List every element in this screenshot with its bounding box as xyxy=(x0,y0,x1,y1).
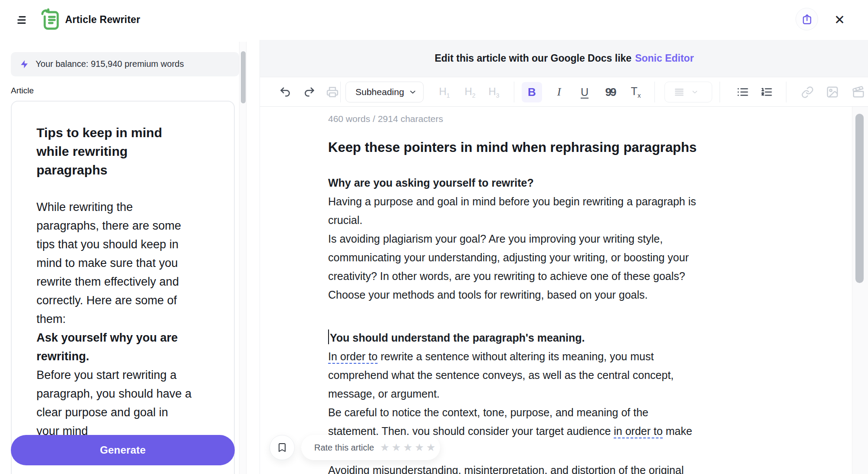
generate-button[interactable]: Generate xyxy=(11,435,235,465)
editor-toolbar: Subheading H1 H2 H3 B I U 99 Tx xyxy=(260,77,868,107)
bookmark-icon xyxy=(277,441,287,454)
suggestion-underline[interactable]: in order to xyxy=(614,425,663,438)
article-rewriter-logo-icon xyxy=(40,8,62,32)
italic-button[interactable]: I xyxy=(551,77,567,107)
star-icon[interactable]: ★ xyxy=(403,441,413,454)
generate-button-label: Generate xyxy=(100,444,146,456)
italic-icon: I xyxy=(557,86,561,99)
blockquote-button[interactable]: 99 xyxy=(602,77,619,107)
insert-video-button[interactable] xyxy=(851,77,866,107)
sidebar-scrollbar-thumb[interactable] xyxy=(241,51,246,103)
paragraph: Is avoiding plagiarism your goal? Are yo… xyxy=(328,230,797,304)
align-justify-icon xyxy=(674,86,685,98)
alignment-dropdown[interactable] xyxy=(664,82,712,102)
text-style-dropdown[interactable]: Subheading xyxy=(345,82,424,102)
heading2-button[interactable]: H2 xyxy=(462,77,478,107)
star-icon[interactable]: ★ xyxy=(426,441,436,454)
article-section-label: Article xyxy=(11,86,34,95)
paragraph: Avoiding misunderstanding, misinterpreta… xyxy=(328,461,797,474)
sidebar-scrollbar[interactable] xyxy=(239,42,247,474)
text-style-value: Subheading xyxy=(355,87,404,97)
paragraph: Having a purpose and goal in mind before… xyxy=(328,192,797,230)
print-button[interactable] xyxy=(325,77,340,107)
section-heading: You should understand the paragraph's me… xyxy=(328,329,797,347)
balance-text: Your balance: 915,940 premium words xyxy=(36,59,184,69)
toolbar-divider xyxy=(720,82,720,102)
bookmark-button[interactable] xyxy=(270,435,295,460)
editor-pane: Edit this article with our Google Docs l… xyxy=(260,40,868,474)
top-bar: Article Rewriter ✕ xyxy=(0,0,868,40)
editor-banner: Edit this article with our Google Docs l… xyxy=(260,40,868,77)
editor-scrollbar-thumb[interactable] xyxy=(855,114,864,283)
chevron-down-icon xyxy=(691,88,699,96)
rate-article-widget[interactable]: Rate this article ★ ★ ★ ★ ★ xyxy=(301,435,440,460)
section-heading: Why are you asking yourself to rewrite? xyxy=(328,174,797,192)
banner-text: Edit this article with our Google Docs l… xyxy=(434,53,631,64)
clear-formatting-button[interactable]: Tx xyxy=(627,77,644,107)
star-rating: ★ ★ ★ ★ ★ xyxy=(380,441,436,454)
suggestion-underline[interactable]: In order to xyxy=(328,350,378,364)
article-card-paragraph: Before you start rewriting a paragraph, … xyxy=(36,366,209,441)
toolbar-divider xyxy=(340,82,341,102)
lightning-bolt-icon xyxy=(20,59,29,70)
menu-icon[interactable] xyxy=(16,13,29,26)
text-cursor xyxy=(328,329,329,344)
document-content[interactable]: Keep these pointers in mind when rephras… xyxy=(328,138,797,474)
rate-article-label: Rate this article xyxy=(314,443,374,453)
quote-icon: 99 xyxy=(605,86,615,99)
toolbar-divider xyxy=(786,82,786,102)
bold-icon: B xyxy=(528,86,536,99)
bold-button[interactable]: B xyxy=(522,82,542,102)
insert-image-button[interactable] xyxy=(825,77,840,107)
clear-formatting-icon: Tx xyxy=(631,85,641,99)
article-card-subheading: Ask yourself why you are rewriting. xyxy=(36,329,209,366)
bullet-list-button[interactable] xyxy=(735,77,750,107)
star-icon[interactable]: ★ xyxy=(414,441,424,454)
paragraph: In order to rewrite a sentence without a… xyxy=(328,347,797,403)
toolbar-divider xyxy=(654,82,655,102)
article-preview-card: Tips to keep in mind while rewriting par… xyxy=(11,101,235,474)
sidebar: Your balance: 915,940 premium words Arti… xyxy=(0,40,260,474)
heading3-button[interactable]: H3 xyxy=(486,77,502,107)
close-icon[interactable]: ✕ xyxy=(834,11,845,29)
share-button[interactable] xyxy=(796,8,818,30)
sonic-editor-link[interactable]: Sonic Editor xyxy=(635,53,694,64)
word-count: 460 words / 2914 characters xyxy=(328,114,443,124)
chevron-down-icon xyxy=(408,88,417,96)
share-icon xyxy=(801,13,813,25)
article-card-title: Tips to keep in mind while rewriting par… xyxy=(36,123,209,179)
redo-button[interactable] xyxy=(302,77,317,107)
document-title: Keep these pointers in mind when rephras… xyxy=(328,138,797,157)
article-card-paragraph: While rewriting the paragraphs, there ar… xyxy=(36,198,209,329)
underline-button[interactable]: U xyxy=(577,77,592,107)
undo-button[interactable] xyxy=(278,77,293,107)
toolbar-divider xyxy=(514,82,514,102)
numbered-list-button[interactable] xyxy=(759,77,774,107)
star-icon[interactable]: ★ xyxy=(391,441,401,454)
app-title: Article Rewriter xyxy=(65,14,140,26)
underline-icon: U xyxy=(581,86,589,99)
heading1-button[interactable]: H1 xyxy=(436,77,453,107)
editor-scrollbar[interactable] xyxy=(852,107,868,474)
star-icon[interactable]: ★ xyxy=(380,441,390,454)
insert-link-button[interactable] xyxy=(799,77,815,107)
